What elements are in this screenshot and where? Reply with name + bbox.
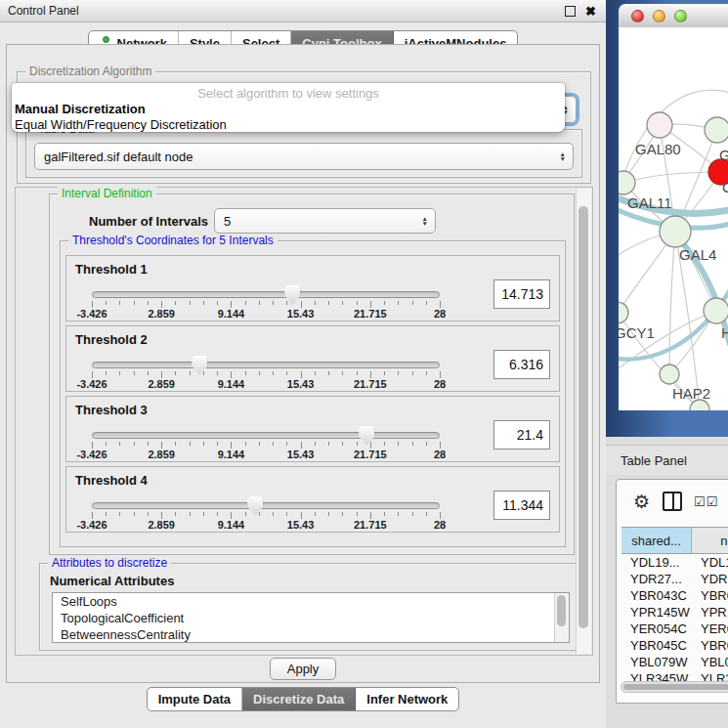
network-node-node-h[interactable] [704,298,728,323]
slider-tick [245,442,246,446]
table-row[interactable]: YDR27...YDR2 [621,571,728,587]
slider-tick [440,371,441,378]
network-node-GAL11[interactable] [619,171,635,194]
slider-tick [92,512,93,519]
network-node-GAL4[interactable] [660,216,691,247]
columns-icon[interactable] [663,492,682,511]
close-icon[interactable]: ✖ [585,5,596,18]
network-window-titlebar[interactable] [619,4,728,28]
gear-icon[interactable]: ⚙ [633,492,650,511]
slider-tick [412,371,413,375]
table-row[interactable]: YBR043CYBR0 [621,587,728,604]
threshold-4-slider[interactable]: -3.4262.8599.14415.4321.71528 [92,494,440,530]
slider-thumb[interactable] [192,356,207,375]
table-cell-shared-name: YBR043C [621,587,692,604]
float-window-icon[interactable] [565,6,576,17]
column-header-name[interactable]: na [692,528,728,553]
cyni-toolbox-content: Discretization Algorithm ▲▼ Table Data g… [6,44,600,683]
network-edge[interactable] [669,232,675,374]
settings-vertical-scrollbar[interactable] [576,189,591,654]
number-of-intervals-combobox[interactable]: 5 ▲▼ [214,208,436,234]
threshold-1-value-field[interactable]: 14.713 [493,279,550,309]
popup-item-manual-discretization[interactable]: Manual Discretization [12,102,565,117]
threshold-3-slider[interactable]: -3.4262.8599.14415.4321.71528 [92,424,440,459]
network-node-label: GAL4 [679,246,716,263]
threshold-2-panel: Threshold 2-3.4262.8599.14415.4321.71528… [65,325,560,392]
table-row[interactable]: YDL19...YDL1 [621,554,728,571]
scrollbar-thumb[interactable] [557,595,566,626]
slider-thumb[interactable] [247,496,263,516]
slider-tick [301,512,302,519]
table-cell-shared-name: YER054C [621,621,692,637]
slider-track[interactable] [92,502,440,509]
scrollbar-thumb[interactable] [578,206,588,628]
zoom-traffic-light-icon[interactable] [674,10,687,22]
numerical-attributes-list[interactable]: SelfLoopsTopologicalCoefficientBetweenne… [52,592,570,643]
tab-impute-data[interactable]: Impute Data [148,688,242,710]
slider-tick [301,371,302,378]
table-cell-name: YBL0 [692,654,728,670]
threshold-4-value-field[interactable]: 11.344 [493,491,550,520]
close-traffic-light-icon[interactable] [631,10,644,22]
table-horizontal-scrollbar[interactable] [621,681,728,693]
popup-item-equal-width-frequency[interactable]: Equal Width/Frequency Discretization [12,117,565,133]
bottom-tab-bar: Impute DataDiscretize DataInfer Network [147,687,460,711]
slider-tick-label: 9.144 [218,308,245,320]
network-node-GAL80[interactable] [647,112,672,138]
list-item[interactable]: SelfLoops [53,593,569,610]
network-canvas[interactable]: GAL80GACGAL11GAL4GCY1HHAP2 [619,27,728,410]
slider-tick [328,301,329,305]
network-node-label: C [722,179,728,195]
control-panel: Control Panel ✖ NetworkStyleSelectCyni T… [0,0,607,728]
slider-track[interactable] [92,291,440,298]
popup-placeholder: Select algorithm to view settings [12,85,565,102]
slider-tick [148,442,149,446]
network-node-HAP2[interactable] [660,364,679,384]
list-item[interactable]: TopologicalCoefficient [53,610,569,626]
threshold-2-slider[interactable]: -3.4262.8599.14415.4321.71528 [92,354,440,389]
slider-tick [286,371,287,375]
network-node-GCY1[interactable] [619,302,628,323]
minimize-traffic-light-icon[interactable] [653,10,665,22]
slider-tick [134,301,135,305]
apply-button[interactable]: Apply [270,658,336,680]
threshold-1-panel: Threshold 1-3.4262.8599.14415.4321.71528… [65,255,560,321]
slider-tick-label: 21.715 [354,378,387,390]
slider-tick [357,301,358,305]
table-row[interactable]: YBR045CYBR0 [621,637,728,654]
slider-tick [92,371,93,378]
slider-track[interactable] [92,362,440,368]
slider-thumb[interactable] [359,426,374,446]
list-item[interactable]: BetweennessCentrality [53,626,569,643]
network-node-node-ga[interactable] [705,117,728,143]
select-columns-icons[interactable]: ☑☑ [694,494,718,509]
slider-tick-label: 15.43 [287,519,315,531]
slider-tick [148,301,149,305]
slider-tick [426,442,427,446]
slider-track[interactable] [92,432,440,439]
threshold-2-value-field[interactable]: 6.316 [493,350,550,379]
slider-tick [203,371,204,375]
slider-tick-label: 2.859 [148,308,175,320]
threshold-4-label: Threshold 4 [75,473,148,488]
tab-infer-network[interactable]: Infer Network [356,688,458,710]
network-edge[interactable] [623,172,721,183]
list-vertical-scrollbar[interactable] [554,593,569,642]
table-row[interactable]: YBL079WYBL0 [621,654,728,670]
table-row[interactable]: YPR145WYPR1 [621,604,728,621]
slider-tick [175,301,176,305]
threshold-3-value-field[interactable]: 21.4 [493,420,550,450]
threshold-1-slider[interactable]: -3.4262.8599.14415.4321.71528 [92,283,440,319]
slider-tick [412,442,413,446]
scrollbar-thumb[interactable] [623,684,728,690]
slider-tick [190,442,191,446]
table-cell-name: YER0 [692,621,728,637]
slider-tick-label: -3.426 [76,519,107,531]
slider-tick [398,301,399,305]
column-header-shared-name[interactable]: shared... [621,528,692,553]
table-row[interactable]: YER054CYER0 [621,621,728,637]
table-data-combobox[interactable]: galFiltered.sif default node ▲▼ [34,143,574,170]
slider-tick [217,512,218,516]
tab-discretize-data[interactable]: Discretize Data [242,688,356,710]
table-data-combobox-value: galFiltered.sif default node [44,150,193,164]
